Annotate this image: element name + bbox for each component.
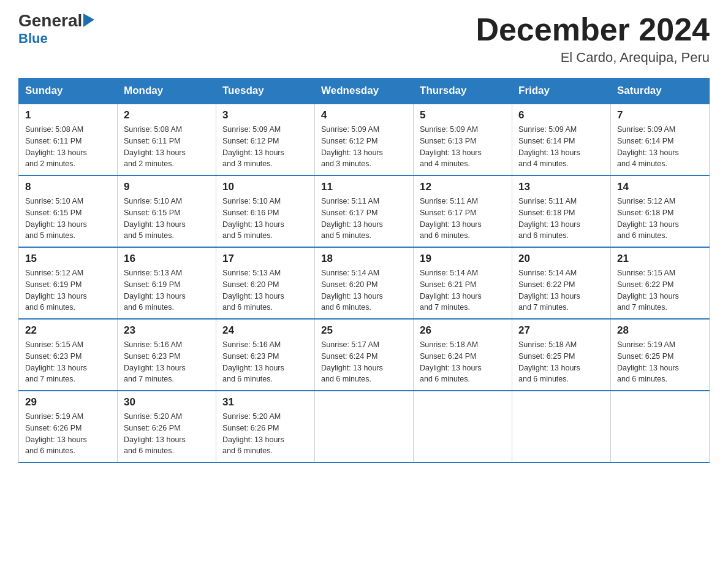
day-info: Sunrise: 5:20 AMSunset: 6:26 PMDaylight:… bbox=[222, 411, 308, 457]
day-info: Sunrise: 5:09 AMSunset: 6:14 PMDaylight:… bbox=[617, 124, 703, 170]
table-row: 4Sunrise: 5:09 AMSunset: 6:12 PMDaylight… bbox=[315, 104, 414, 175]
table-row: 18Sunrise: 5:14 AMSunset: 6:20 PMDayligh… bbox=[315, 247, 414, 319]
day-info: Sunrise: 5:14 AMSunset: 6:21 PMDaylight:… bbox=[420, 267, 506, 313]
table-row: 30Sunrise: 5:20 AMSunset: 6:26 PMDayligh… bbox=[118, 391, 216, 462]
day-info: Sunrise: 5:13 AMSunset: 6:20 PMDaylight:… bbox=[222, 267, 308, 313]
table-row: 23Sunrise: 5:16 AMSunset: 6:23 PMDayligh… bbox=[118, 319, 216, 391]
day-info: Sunrise: 5:09 AMSunset: 6:13 PMDaylight:… bbox=[420, 124, 506, 170]
calendar-week-row: 15Sunrise: 5:12 AMSunset: 6:19 PMDayligh… bbox=[19, 247, 710, 319]
table-row bbox=[611, 391, 710, 462]
table-row bbox=[512, 391, 611, 462]
logo-icon bbox=[83, 13, 94, 27]
day-number: 30 bbox=[124, 396, 210, 408]
day-info: Sunrise: 5:20 AMSunset: 6:26 PMDaylight:… bbox=[124, 411, 210, 457]
table-row: 19Sunrise: 5:14 AMSunset: 6:21 PMDayligh… bbox=[414, 247, 512, 319]
col-friday: Friday bbox=[512, 79, 611, 104]
day-number: 5 bbox=[420, 109, 506, 121]
table-row: 24Sunrise: 5:16 AMSunset: 6:23 PMDayligh… bbox=[216, 319, 315, 391]
day-info: Sunrise: 5:10 AMSunset: 6:16 PMDaylight:… bbox=[222, 196, 308, 242]
table-row: 7Sunrise: 5:09 AMSunset: 6:14 PMDaylight… bbox=[611, 104, 710, 175]
table-row: 26Sunrise: 5:18 AMSunset: 6:24 PMDayligh… bbox=[414, 319, 512, 391]
day-number: 9 bbox=[124, 181, 210, 193]
table-row: 5Sunrise: 5:09 AMSunset: 6:13 PMDaylight… bbox=[414, 104, 512, 175]
day-info: Sunrise: 5:13 AMSunset: 6:19 PMDaylight:… bbox=[124, 267, 210, 313]
day-number: 23 bbox=[124, 324, 210, 337]
logo: General Blue bbox=[18, 12, 94, 47]
table-row: 11Sunrise: 5:11 AMSunset: 6:17 PMDayligh… bbox=[315, 175, 414, 247]
day-info: Sunrise: 5:19 AMSunset: 6:25 PMDaylight:… bbox=[617, 339, 703, 385]
day-number: 26 bbox=[420, 324, 506, 337]
table-row: 28Sunrise: 5:19 AMSunset: 6:25 PMDayligh… bbox=[611, 319, 710, 391]
day-number: 31 bbox=[222, 396, 308, 408]
title-block: December 2024 El Cardo, Arequipa, Peru bbox=[476, 12, 710, 66]
svg-marker-0 bbox=[83, 13, 94, 27]
table-row: 1Sunrise: 5:08 AMSunset: 6:11 PMDaylight… bbox=[19, 104, 118, 175]
table-row: 12Sunrise: 5:11 AMSunset: 6:17 PMDayligh… bbox=[414, 175, 512, 247]
day-info: Sunrise: 5:12 AMSunset: 6:19 PMDaylight:… bbox=[25, 267, 111, 313]
day-info: Sunrise: 5:18 AMSunset: 6:24 PMDaylight:… bbox=[420, 339, 506, 385]
day-info: Sunrise: 5:15 AMSunset: 6:22 PMDaylight:… bbox=[617, 267, 703, 313]
day-info: Sunrise: 5:09 AMSunset: 6:12 PMDaylight:… bbox=[222, 124, 308, 170]
page-header: General Blue December 2024 El Cardo, Are… bbox=[18, 12, 710, 66]
day-number: 27 bbox=[518, 324, 604, 337]
day-number: 28 bbox=[617, 324, 703, 337]
table-row: 16Sunrise: 5:13 AMSunset: 6:19 PMDayligh… bbox=[118, 247, 216, 319]
day-info: Sunrise: 5:10 AMSunset: 6:15 PMDaylight:… bbox=[124, 196, 210, 242]
calendar-header-row: Sunday Monday Tuesday Wednesday Thursday… bbox=[19, 79, 710, 104]
day-info: Sunrise: 5:09 AMSunset: 6:12 PMDaylight:… bbox=[321, 124, 407, 170]
table-row: 25Sunrise: 5:17 AMSunset: 6:24 PMDayligh… bbox=[315, 319, 414, 391]
table-row: 6Sunrise: 5:09 AMSunset: 6:14 PMDaylight… bbox=[512, 104, 611, 175]
table-row: 2Sunrise: 5:08 AMSunset: 6:11 PMDaylight… bbox=[118, 104, 216, 175]
day-number: 18 bbox=[321, 253, 407, 265]
day-info: Sunrise: 5:11 AMSunset: 6:17 PMDaylight:… bbox=[321, 196, 407, 242]
day-number: 7 bbox=[617, 109, 703, 121]
day-number: 14 bbox=[617, 181, 703, 193]
day-info: Sunrise: 5:18 AMSunset: 6:25 PMDaylight:… bbox=[518, 339, 604, 385]
day-info: Sunrise: 5:15 AMSunset: 6:23 PMDaylight:… bbox=[25, 339, 111, 385]
table-row: 15Sunrise: 5:12 AMSunset: 6:19 PMDayligh… bbox=[19, 247, 118, 319]
day-info: Sunrise: 5:16 AMSunset: 6:23 PMDaylight:… bbox=[222, 339, 308, 385]
table-row bbox=[414, 391, 512, 462]
calendar-week-row: 8Sunrise: 5:10 AMSunset: 6:15 PMDaylight… bbox=[19, 175, 710, 247]
table-row: 8Sunrise: 5:10 AMSunset: 6:15 PMDaylight… bbox=[19, 175, 118, 247]
calendar-table: Sunday Monday Tuesday Wednesday Thursday… bbox=[18, 78, 710, 463]
day-info: Sunrise: 5:10 AMSunset: 6:15 PMDaylight:… bbox=[25, 196, 111, 242]
day-number: 29 bbox=[25, 396, 111, 408]
day-number: 22 bbox=[25, 324, 111, 337]
day-number: 12 bbox=[420, 181, 506, 193]
table-row: 27Sunrise: 5:18 AMSunset: 6:25 PMDayligh… bbox=[512, 319, 611, 391]
day-number: 2 bbox=[124, 109, 210, 121]
calendar-title: December 2024 bbox=[476, 12, 710, 47]
day-info: Sunrise: 5:08 AMSunset: 6:11 PMDaylight:… bbox=[124, 124, 210, 170]
calendar-week-row: 29Sunrise: 5:19 AMSunset: 6:26 PMDayligh… bbox=[19, 391, 710, 462]
col-monday: Monday bbox=[118, 79, 216, 104]
day-number: 8 bbox=[25, 181, 111, 193]
table-row: 10Sunrise: 5:10 AMSunset: 6:16 PMDayligh… bbox=[216, 175, 315, 247]
day-info: Sunrise: 5:16 AMSunset: 6:23 PMDaylight:… bbox=[124, 339, 210, 385]
day-info: Sunrise: 5:14 AMSunset: 6:20 PMDaylight:… bbox=[321, 267, 407, 313]
table-row: 9Sunrise: 5:10 AMSunset: 6:15 PMDaylight… bbox=[118, 175, 216, 247]
day-number: 1 bbox=[25, 109, 111, 121]
table-row: 31Sunrise: 5:20 AMSunset: 6:26 PMDayligh… bbox=[216, 391, 315, 462]
day-number: 15 bbox=[25, 253, 111, 265]
table-row: 14Sunrise: 5:12 AMSunset: 6:18 PMDayligh… bbox=[611, 175, 710, 247]
day-number: 16 bbox=[124, 253, 210, 265]
day-number: 10 bbox=[222, 181, 308, 193]
day-number: 4 bbox=[321, 109, 407, 121]
day-info: Sunrise: 5:12 AMSunset: 6:18 PMDaylight:… bbox=[617, 196, 703, 242]
day-info: Sunrise: 5:11 AMSunset: 6:18 PMDaylight:… bbox=[518, 196, 604, 242]
table-row: 22Sunrise: 5:15 AMSunset: 6:23 PMDayligh… bbox=[19, 319, 118, 391]
logo-blue: Blue bbox=[18, 31, 48, 47]
day-info: Sunrise: 5:08 AMSunset: 6:11 PMDaylight:… bbox=[25, 124, 111, 170]
col-saturday: Saturday bbox=[611, 79, 710, 104]
col-tuesday: Tuesday bbox=[216, 79, 315, 104]
day-number: 6 bbox=[518, 109, 604, 121]
day-info: Sunrise: 5:17 AMSunset: 6:24 PMDaylight:… bbox=[321, 339, 407, 385]
day-info: Sunrise: 5:14 AMSunset: 6:22 PMDaylight:… bbox=[518, 267, 604, 313]
table-row: 3Sunrise: 5:09 AMSunset: 6:12 PMDaylight… bbox=[216, 104, 315, 175]
calendar-subtitle: El Cardo, Arequipa, Peru bbox=[476, 50, 710, 66]
day-number: 13 bbox=[518, 181, 604, 193]
day-number: 25 bbox=[321, 324, 407, 337]
table-row: 17Sunrise: 5:13 AMSunset: 6:20 PMDayligh… bbox=[216, 247, 315, 319]
table-row bbox=[315, 391, 414, 462]
